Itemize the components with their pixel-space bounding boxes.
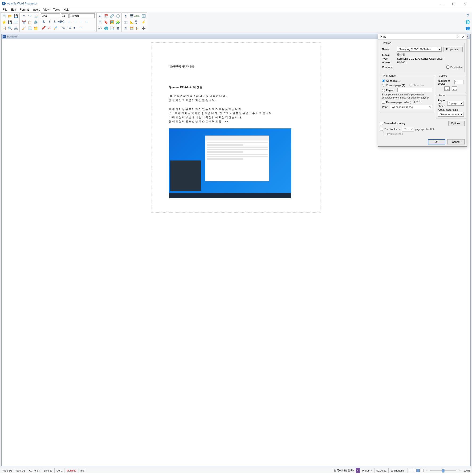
page-break-button[interactable]: 📄 [98,19,103,25]
help-button[interactable]: ? [465,13,470,18]
properties-button[interactable]: Properties... [443,47,463,52]
calc-button[interactable]: 🧮 [129,26,134,31]
print-button[interactable]: 🖨️ [13,26,18,31]
bullet-list-button[interactable]: •≡ [61,25,66,30]
align-center-button[interactable]: ≡ [72,19,78,24]
layout-button[interactable]: 🖥️ [129,14,134,19]
font-color-button[interactable]: A [47,25,52,30]
align-right-button[interactable]: ≡ [78,19,83,24]
two-sided-options-button[interactable]: Options... [448,121,465,126]
menu-edit[interactable]: Edit [9,8,18,12]
refresh-button[interactable]: 🔄 [141,14,146,19]
menu-help[interactable]: Help [62,8,71,12]
table-button[interactable]: ⊞ [115,26,120,31]
notes-button[interactable]: 📃 [27,26,32,31]
save-button[interactable]: 💾 [13,14,18,19]
image-button[interactable]: 🖼️ [109,19,114,25]
footnote-button[interactable]: AB¹ [98,26,103,31]
eraser-button[interactable]: 🧹 [21,26,26,31]
print-preview-button[interactable]: 🔍 [7,26,13,31]
paste-button[interactable]: 📋 [27,19,32,25]
print-to-file-checkbox[interactable]: Print to file [446,66,463,68]
align-left-button[interactable]: ≡ [66,19,72,24]
menu-insert[interactable]: Insert [31,8,41,12]
autoformat-button[interactable]: 📐 [129,19,134,25]
status-section[interactable]: Sec 1/1 [14,468,27,473]
reverse-order-checkbox[interactable]: Reverse page order (... 3, 2, 1) [382,101,432,104]
font-size-select[interactable] [61,14,68,18]
symbol-button[interactable]: Ω [98,14,103,19]
status-page[interactable]: Page 1/1 [0,468,14,473]
date-button[interactable]: 📅 [103,14,109,19]
paragraph-button[interactable]: ¶ [123,14,128,19]
highlight-button[interactable]: 🖍️ [41,25,46,30]
clipboard-button[interactable]: 📋 [135,26,140,31]
menu-format[interactable]: Format [18,8,31,12]
menu-tools[interactable]: Tools [51,8,62,12]
addin-button[interactable]: ➕ [141,26,146,31]
status-language[interactable]: 한국어(대한민국) [332,468,356,473]
favorite-button[interactable]: ⭐ [1,19,7,25]
template-button[interactable]: 📋 [1,26,7,31]
status-keyboard[interactable]: ko [356,468,360,473]
replace-button[interactable]: ab cd [135,19,140,25]
spellcheck-button[interactable]: ABC✓ [135,14,140,19]
two-sided-checkbox[interactable]: Two-sided printing [380,122,405,125]
close-icon[interactable]: ✕ [462,35,465,39]
current-page-radio[interactable]: Current page (1) [382,84,405,87]
outdent-button[interactable]: ⇤ [72,25,78,30]
pages-input[interactable] [397,88,432,92]
globe-icon[interactable]: 🌐 [465,19,470,24]
window-maximize-button[interactable]: ▢ [448,0,459,7]
save-as-button[interactable]: 💾 [7,19,13,25]
print-booklets-checkbox[interactable]: Print booklets: [380,128,400,131]
all-pages-radio[interactable]: All pages (1) [382,79,432,82]
email-button[interactable]: ✉️ [13,19,18,25]
zoom-slider[interactable] [430,470,456,471]
window-close-button[interactable]: ✕ [460,0,470,7]
flash-button[interactable]: ⚡ [141,19,146,25]
cut-button[interactable]: ✂️ [21,19,26,25]
section-button[interactable]: 📑 [109,26,114,31]
status-ins[interactable]: Ins [79,468,86,473]
copies-spinner[interactable]: 1 [454,80,464,84]
field-button[interactable]: 🧩 [115,19,120,25]
ok-button[interactable]: OK [428,139,445,144]
format-painter-button[interactable]: 🖌️ [53,25,58,30]
underline-button[interactable]: U [53,19,58,24]
status-words[interactable]: Words: 4 [360,468,374,473]
sort-button[interactable]: ⇅ [123,26,128,31]
users-icon[interactable]: 👥 [465,25,470,31]
strike-button[interactable]: ABC [59,19,64,24]
menu-view[interactable]: View [41,8,51,12]
hyperlink-button[interactable]: 🔗 [109,14,114,19]
new-doc-button[interactable]: 📄 [1,14,7,19]
undo-button[interactable]: ↶ [21,14,26,19]
cog-icon[interactable]: ⚙️ [33,19,38,25]
open-button[interactable]: 📂 [7,14,13,19]
zoom-out-button[interactable]: − [425,469,428,472]
zoom-in-button[interactable]: + [458,469,461,472]
help-icon[interactable]: ? [457,35,458,39]
number-list-button[interactable]: 1≡ [66,25,72,30]
pages-radio[interactable]: Pages: [382,88,432,92]
italic-button[interactable]: I [47,19,52,24]
options-button[interactable]: 🗂️ [33,26,38,31]
font-name-select[interactable] [41,14,60,18]
style-select[interactable] [69,14,95,18]
redo-button[interactable]: ↷ [27,14,32,19]
window-minimize-button[interactable]: — [437,0,448,7]
print-scope-select[interactable]: All pages in range [390,105,432,109]
clock-button[interactable]: 🕒 [115,14,120,19]
align-justify-button[interactable]: ≡ [84,19,89,24]
bookmark-button[interactable]: 🔖 [103,19,109,25]
indent-button[interactable]: ⇥ [78,25,83,30]
printer-name-select[interactable]: Samsung CLX-3170 Series [397,47,442,51]
menu-file[interactable]: File [1,8,9,12]
bold-button[interactable]: B [41,19,46,24]
web-button[interactable]: 🌐 [103,26,109,31]
cancel-button[interactable]: Cancel [447,139,465,144]
zoom-value[interactable]: 100% [462,468,472,473]
columns-button[interactable]: ▯▯ [123,19,128,25]
view-mode-icons[interactable] [407,468,425,473]
